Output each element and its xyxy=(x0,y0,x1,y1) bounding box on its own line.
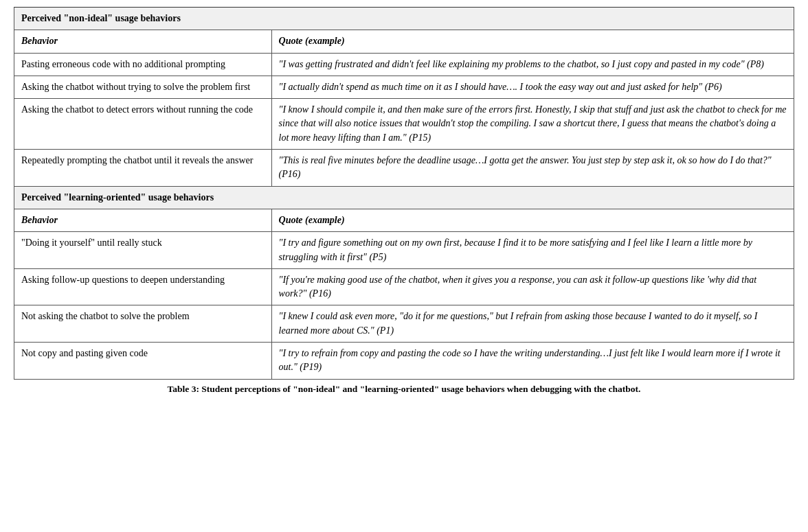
behavior-cell-non-ideal-2: Asking the chatbot to detect errors with… xyxy=(14,99,272,150)
quote-cell-learning-oriented-1: "If you're making good use of the chatbo… xyxy=(271,268,794,305)
table-row: Not asking the chatbot to solve the prob… xyxy=(14,305,794,343)
quote-cell-learning-oriented-0: "I try and figure something out on my ow… xyxy=(271,232,794,269)
main-table: Perceived "non-ideal" usage behaviorsBeh… xyxy=(14,7,794,380)
table-row: Asking follow-up questions to deepen und… xyxy=(14,268,794,305)
section-header-non-ideal: Perceived "non-ideal" usage behaviors xyxy=(14,8,794,30)
behavior-cell-learning-oriented-1: Asking follow-up questions to deepen und… xyxy=(14,268,272,305)
quote-cell-non-ideal-1: "I actually didn't spend as much time on… xyxy=(271,76,794,98)
table-container: Perceived "non-ideal" usage behaviorsBeh… xyxy=(14,7,794,395)
quote-cell-non-ideal-0: "I was getting frustrated and didn't fee… xyxy=(271,53,794,76)
col-header-behavior-learning-oriented: Behavior xyxy=(14,209,272,231)
behavior-cell-learning-oriented-2: Not asking the chatbot to solve the prob… xyxy=(14,305,272,343)
col-header-quote-non-ideal: Quote (example) xyxy=(271,30,794,53)
table-row: Repeatedly prompting the chatbot until i… xyxy=(14,150,794,187)
table-caption: Table 3: Student perceptions of "non-ide… xyxy=(14,384,794,395)
behavior-cell-learning-oriented-0: "Doing it yourself" until really stuck xyxy=(14,232,272,269)
table-row: Not copy and pasting given code"I try to… xyxy=(14,343,794,380)
section-header-learning-oriented: Perceived "learning-oriented" usage beha… xyxy=(14,186,794,209)
behavior-cell-non-ideal-0: Pasting erroneous code with no additiona… xyxy=(14,53,272,76)
quote-cell-learning-oriented-2: "I knew I could ask even more, "do it fo… xyxy=(271,305,794,343)
col-header-behavior-non-ideal: Behavior xyxy=(14,30,272,53)
table-row: "Doing it yourself" until really stuck"I… xyxy=(14,232,794,269)
quote-cell-non-ideal-2: "I know I should compile it, and then ma… xyxy=(271,99,794,150)
behavior-cell-learning-oriented-3: Not copy and pasting given code xyxy=(14,343,272,380)
col-header-quote-learning-oriented: Quote (example) xyxy=(271,209,794,231)
quote-cell-non-ideal-3: "This is real five minutes before the de… xyxy=(271,150,794,187)
table-row: Asking the chatbot without trying to sol… xyxy=(14,76,794,98)
table-row: Asking the chatbot to detect errors with… xyxy=(14,99,794,150)
behavior-cell-non-ideal-1: Asking the chatbot without trying to sol… xyxy=(14,76,272,98)
quote-cell-learning-oriented-3: "I try to refrain from copy and pasting … xyxy=(271,343,794,380)
behavior-cell-non-ideal-3: Repeatedly prompting the chatbot until i… xyxy=(14,150,272,187)
table-row: Pasting erroneous code with no additiona… xyxy=(14,53,794,76)
